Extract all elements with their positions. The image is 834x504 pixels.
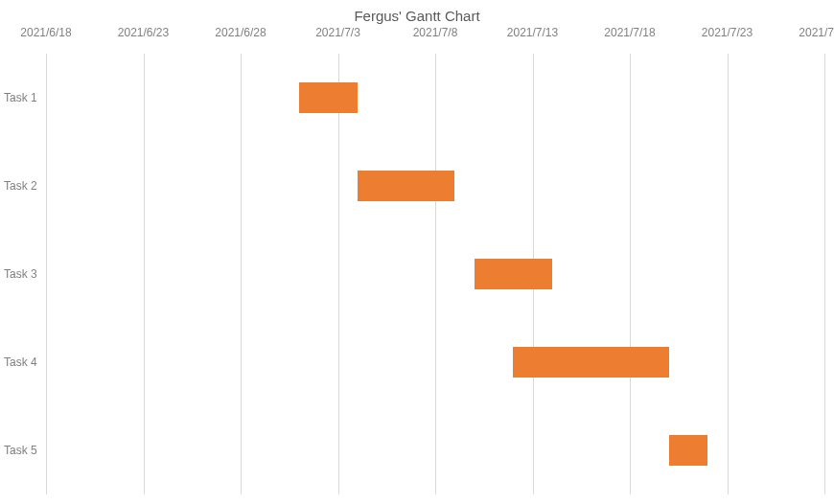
x-tick-8: 2021/7/28 [799, 26, 834, 39]
x-axis: 2021/6/18 2021/6/23 2021/6/28 2021/7/3 2… [46, 26, 824, 49]
gridline [824, 54, 825, 494]
task-row-1: Task 1 [46, 54, 824, 142]
plot-area: Task 1 Task 2 Task 3 Task 4 Task 5 [46, 54, 824, 494]
task-label-1: Task 1 [0, 91, 44, 104]
task-label-5: Task 5 [0, 444, 44, 457]
task-row-2: Task 2 [46, 142, 824, 230]
task-bar-1 [299, 82, 358, 113]
task-bar-3 [475, 259, 552, 289]
x-tick-6: 2021/7/18 [604, 26, 655, 39]
chart-title: Fergus' Gantt Chart [0, 0, 834, 26]
x-tick-4: 2021/7/8 [413, 26, 458, 39]
task-label-4: Task 4 [0, 355, 44, 369]
x-tick-5: 2021/7/13 [507, 26, 558, 39]
task-row-5: Task 5 [46, 406, 824, 494]
x-tick-3: 2021/7/3 [315, 26, 360, 39]
x-tick-1: 2021/6/23 [118, 26, 169, 39]
x-tick-2: 2021/6/28 [215, 26, 266, 39]
task-bar-4 [513, 347, 668, 378]
x-tick-7: 2021/7/23 [702, 26, 753, 39]
task-bar-5 [669, 435, 708, 466]
x-tick-0: 2021/6/18 [20, 26, 71, 39]
task-label-3: Task 3 [0, 267, 44, 281]
rows: Task 1 Task 2 Task 3 Task 4 Task 5 [46, 54, 824, 494]
task-bar-2 [358, 171, 455, 201]
gantt-chart: Fergus' Gantt Chart 2021/6/18 2021/6/23 … [0, 0, 834, 504]
task-label-2: Task 2 [0, 179, 44, 193]
task-row-4: Task 4 [46, 318, 824, 406]
task-row-3: Task 3 [46, 230, 824, 318]
